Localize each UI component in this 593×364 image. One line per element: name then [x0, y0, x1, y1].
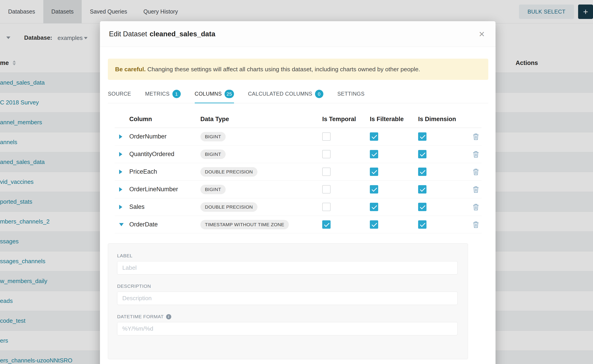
- caret-shape: [119, 187, 122, 192]
- is-temporal-checkbox[interactable]: [322, 132, 330, 141]
- is-temporal-checkbox[interactable]: [322, 220, 330, 229]
- trash-icon: [473, 133, 479, 140]
- data-type-cell: TIMESTAMP WITHOUT TIME ZONE: [200, 220, 322, 229]
- is-temporal-cell: [322, 220, 370, 229]
- data-type-pill: DOUBLE PRECISION: [200, 202, 257, 212]
- is-filterable-checkbox[interactable]: [370, 185, 378, 194]
- caret-shape: [119, 134, 122, 139]
- info-icon[interactable]: i: [166, 314, 171, 319]
- is-dimension-checkbox[interactable]: [418, 132, 427, 141]
- tab-metrics[interactable]: METRICS1: [145, 90, 181, 103]
- column-name: PriceEach: [129, 168, 157, 175]
- datetime-format-label-text: DATETIME FORMAT: [117, 314, 164, 319]
- modal-title: Edit Datasetcleaned_sales_data: [109, 30, 215, 38]
- datatype-header: Data Type: [200, 116, 322, 123]
- tab-label: COLUMNS: [195, 91, 222, 97]
- delete-column-button[interactable]: [473, 186, 481, 193]
- tab-columns[interactable]: COLUMNS25: [195, 90, 234, 103]
- is-filterable-cell: [370, 168, 418, 176]
- tab-label: SOURCE: [108, 91, 131, 97]
- is-filterable-checkbox[interactable]: [370, 203, 378, 211]
- column-name-cell: QuantityOrdered: [129, 151, 200, 158]
- warning-text: Changing these settings will affect all …: [146, 66, 420, 73]
- modal-tabs: SOURCEMETRICS1COLUMNS25CALCULATED COLUMN…: [108, 90, 488, 103]
- is-filterable-checkbox[interactable]: [370, 168, 378, 176]
- data-type-cell: BIGINT: [200, 150, 322, 159]
- is-temporal-checkbox[interactable]: [322, 150, 330, 158]
- tab-source[interactable]: SOURCE: [108, 90, 131, 103]
- tab-count-badge: 0: [315, 90, 323, 98]
- tab-label: CALCULATED COLUMNS: [248, 91, 312, 97]
- is-filterable-checkbox[interactable]: [370, 132, 378, 141]
- is-temporal-checkbox[interactable]: [322, 168, 330, 176]
- delete-column-button[interactable]: [473, 203, 481, 211]
- trash-icon: [473, 203, 479, 211]
- data-type-pill: TIMESTAMP WITHOUT TIME ZONE: [200, 220, 289, 229]
- is-temporal-cell: [322, 150, 370, 158]
- is-temporal-cell: [322, 185, 370, 194]
- is-dimension-checkbox[interactable]: [418, 220, 427, 229]
- column-name: QuantityOrdered: [129, 151, 174, 158]
- delete-column-button[interactable]: [473, 151, 481, 158]
- caret-shape: [119, 152, 122, 156]
- column-row: SalesDOUBLE PRECISION: [115, 198, 481, 216]
- is-filterable-checkbox[interactable]: [370, 150, 378, 158]
- column-name-cell: PriceEach: [129, 168, 200, 175]
- is-temporal-checkbox[interactable]: [322, 185, 330, 194]
- is-filterable-checkbox[interactable]: [370, 220, 378, 229]
- caret-shape: [119, 169, 122, 174]
- column-detail-panel: LABEL DESCRIPTION DATETIME FORMAT i: [108, 243, 468, 359]
- tab-count-badge: 25: [224, 90, 234, 98]
- tab-label: SETTINGS: [337, 91, 365, 97]
- datetime-format-input[interactable]: [117, 322, 458, 335]
- is-dimension-checkbox[interactable]: [418, 150, 427, 158]
- data-type-cell: DOUBLE PRECISION: [200, 202, 322, 212]
- expand-caret-icon[interactable]: [115, 134, 129, 139]
- is-dimension-cell: [418, 132, 473, 141]
- column-row: QuantityOrderedBIGINT: [115, 145, 481, 163]
- delete-column-button[interactable]: [473, 168, 481, 176]
- column-row: OrderDateTIMESTAMP WITHOUT TIME ZONE: [115, 216, 481, 234]
- data-type-pill: DOUBLE PRECISION: [200, 167, 257, 177]
- expand-caret-icon[interactable]: [115, 152, 129, 156]
- label-field-label-text: LABEL: [117, 253, 132, 259]
- tab-settings[interactable]: SETTINGS: [337, 90, 365, 103]
- delete-column-button[interactable]: [473, 133, 481, 140]
- tab-count-badge: 1: [172, 90, 181, 98]
- collapse-caret-icon[interactable]: [115, 223, 129, 226]
- expand-caret-icon[interactable]: [115, 205, 129, 209]
- expand-caret-icon[interactable]: [115, 169, 129, 174]
- is-dimension-checkbox[interactable]: [418, 203, 427, 211]
- delete-column-button[interactable]: [473, 221, 481, 228]
- data-type-cell: BIGINT: [200, 132, 322, 141]
- description-input[interactable]: [117, 292, 458, 305]
- column-name: Sales: [129, 203, 145, 210]
- columns-table-rows: OrderNumberBIGINTQuantityOrderedBIGINTPr…: [115, 128, 481, 234]
- is-filterable-cell: [370, 150, 418, 158]
- is-temporal-cell: [322, 132, 370, 141]
- expand-caret-icon[interactable]: [115, 187, 129, 192]
- close-icon[interactable]: ×: [477, 28, 487, 40]
- column-name-cell: OrderLineNumber: [129, 186, 200, 193]
- is-filterable-cell: [370, 132, 418, 141]
- is-filterable-cell: [370, 185, 418, 194]
- label-field-label: LABEL: [117, 253, 458, 259]
- warning-bold-text: Be careful.: [115, 66, 146, 73]
- tab-calculated-columns[interactable]: CALCULATED COLUMNS0: [248, 90, 323, 103]
- is-dimension-cell: [418, 203, 473, 211]
- trash-icon: [473, 221, 479, 228]
- data-type-cell: DOUBLE PRECISION: [200, 167, 322, 177]
- column-header: Column: [129, 116, 200, 123]
- label-input[interactable]: [117, 261, 458, 274]
- is-temporal-checkbox[interactable]: [322, 203, 330, 211]
- is-dimension-header: Is Dimension: [418, 116, 473, 123]
- column-row: OrderLineNumberBIGINT: [115, 181, 481, 198]
- description-field-label: DESCRIPTION: [117, 284, 458, 289]
- is-dimension-checkbox[interactable]: [418, 168, 427, 176]
- is-dimension-checkbox[interactable]: [418, 185, 427, 194]
- column-row: PriceEachDOUBLE PRECISION: [115, 163, 481, 181]
- modal-header: Edit Datasetcleaned_sales_data ×: [100, 21, 495, 47]
- column-name-cell: OrderDate: [129, 221, 200, 228]
- description-field-label-text: DESCRIPTION: [117, 284, 151, 289]
- is-temporal-header: Is Temporal: [322, 116, 370, 123]
